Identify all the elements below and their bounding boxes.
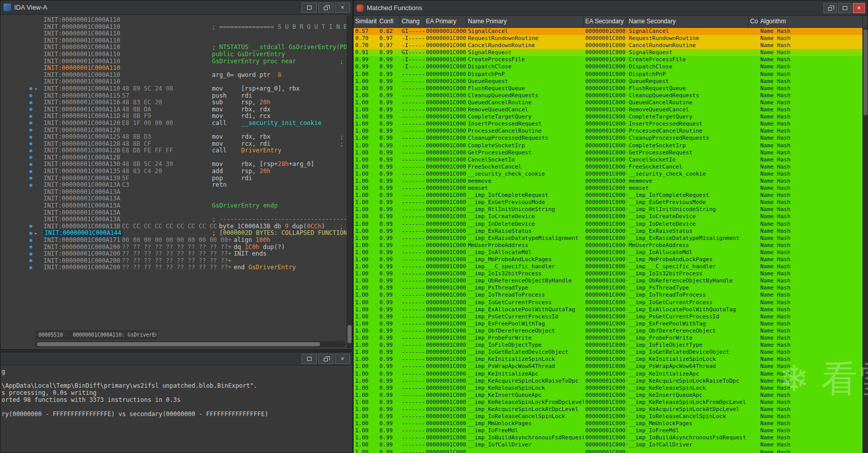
disasm-line[interactable]: INIT:00000001C000A12BE8 D8 FE FF FFcall … — [1, 147, 346, 154]
disasm-line[interactable]: INIT:00000001C000A13AC3retn — [1, 182, 346, 189]
matched-function-row[interactable]: 1.000.99-------00000001C000···__imp_ExFr… — [354, 320, 862, 327]
disasm-line[interactable]: INIT:00000001C000A110 — [1, 78, 346, 86]
disasm-line[interactable]: INIT:00000001C000A13A — [1, 195, 346, 202]
matched-function-row[interactable]: 1.000.99-------00000001C000···__imp_RtlI… — [354, 206, 862, 213]
column-header-chang[interactable]: Chang — [400, 16, 424, 27]
matched-function-row[interactable]: 1.000.99-------00000001C000···__imp_IoFi… — [354, 342, 862, 349]
disasm-line[interactable]: INIT:00000001C000A110 — [1, 37, 346, 45]
maximize-button[interactable] — [301, 354, 317, 364]
matched-function-row[interactable]: 1.000.99-------00000001C000···__imp_IoTh… — [354, 292, 862, 299]
disasm-line[interactable]: INIT:00000001C000A1395Fpop rdi — [1, 175, 346, 182]
disasm-line[interactable]: INIT:00000001C000A110; =============== S… — [1, 24, 346, 31]
matched-function-row[interactable]: 1.000.99-------00000001C000···__imp_KeIn… — [354, 392, 862, 399]
matched-functions-table[interactable]: 0.570.82GI-----00000001C000···SignalCanc… — [354, 28, 862, 453]
matched-function-row[interactable]: 1.000.99-------00000001C000···ProcessedC… — [354, 128, 862, 135]
matched-function-row[interactable]: 1.000.99-------00000001C000···GetProcess… — [354, 149, 862, 156]
disasm-line[interactable]: INIT:00000001C000A11648 83 EC 20sub rsp,… — [1, 99, 346, 106]
matched-function-row[interactable]: 1.000.99-------00000001C000···__imp_KeIn… — [354, 356, 862, 363]
close-button[interactable]: × — [853, 3, 865, 13]
matched-function-row[interactable]: 0.570.82GI-----00000001C000···SignalCanc… — [354, 28, 862, 35]
matched-function-row[interactable]: 1.000.99-------00000001C000···__imp_IoDe… — [354, 221, 862, 228]
disasm-line[interactable]: INIT:00000001C000A13BCC CC CC CC CC CC C… — [1, 223, 346, 230]
fold-arrow-icon[interactable]: ▾ — [34, 86, 37, 93]
output-log[interactable]: g \AppData\Local\Temp\BinDiff\primary\ws… — [2, 368, 352, 452]
disasm-line[interactable]: INIT:00000001C000A11557push rdi — [1, 93, 346, 100]
maximize-button[interactable] — [301, 3, 317, 13]
matched-function-row[interactable]: 1.000.99-------00000001C000···00000001C0… — [354, 449, 862, 453]
table-scrollbar-thumb[interactable] — [863, 29, 867, 115]
matched-function-row[interactable]: 1.000.99-------00000001C000···__imp_ExRa… — [354, 228, 862, 235]
matched-function-row[interactable]: 1.000.99-------00000001C000···InsertProc… — [354, 120, 862, 128]
disasm-line[interactable]: INIT:00000001C000A13A — [1, 189, 346, 196]
matched-function-row[interactable]: 1.000.99-------00000001C000···__imp_Prob… — [354, 335, 862, 342]
output-titlebar[interactable]: × — [1, 352, 353, 365]
disasm-line[interactable]: INIT:00000001C000A17100 00 00 00 00 00 0… — [1, 237, 346, 244]
disasm-line[interactable]: INIT:00000001C000A110; NTSTATUS __stdcal… — [1, 44, 346, 51]
matched-function-row[interactable]: 1.000.99-------00000001C000···__imp_ExAl… — [354, 306, 862, 313]
disasm-line[interactable]: ▾INIT:00000001C000A11048 89 5C 24 08mov … — [1, 86, 346, 93]
matched-function-row[interactable]: 1.000.99-------00000001C000···__imp_IoAl… — [354, 249, 862, 256]
matched-function-row[interactable]: 1.000.99-------00000001C000···QueuedCanc… — [354, 99, 862, 106]
disasm-line[interactable]: INIT:00000001C000A110 — [1, 17, 346, 24]
table-vertical-scrollbar[interactable] — [862, 28, 868, 453]
matched-function-row[interactable]: 1.000.99-------00000001C000···__imp_ExRa… — [354, 235, 862, 242]
matched-function-row[interactable]: 1.000.99-------00000001C000···memset0000… — [354, 185, 862, 192]
disasm-line[interactable]: INIT:00000001C000A200?? ?? ?? ?? ?? ?? ?… — [1, 264, 346, 271]
column-header-confi[interactable]: Confi — [378, 16, 400, 27]
column-header-name-primary[interactable]: Name Primary — [466, 16, 584, 27]
matched-functions-titlebar[interactable]: Matched Functions × — [354, 1, 867, 16]
column-header-algorithm[interactable]: Algorithm — [759, 16, 863, 27]
disasm-line[interactable]: INIT:00000001C000A200?? ?? ?? ?? ?? ?? ?… — [1, 244, 346, 251]
matched-function-row[interactable]: 1.000.99-------00000001C000···__imp_KeRe… — [354, 385, 862, 392]
matched-function-row[interactable]: 1.000.99-------00000001C000···__imp___C_… — [354, 263, 862, 270]
restore-button[interactable] — [318, 354, 333, 364]
disasm-line[interactable]: INIT:00000001C000A12548 8B D3mov rdx, rb… — [1, 134, 346, 141]
restore-button[interactable] — [318, 3, 333, 13]
matched-function-row[interactable]: 1.000.99-------00000001C000···RemoveQueu… — [354, 106, 862, 113]
matched-function-row[interactable]: 1.000.99-------00000001C000···__imp_IoFr… — [354, 427, 862, 434]
vertical-scrollbar[interactable] — [346, 15, 353, 348]
column-header-co[interactable]: Co — [749, 16, 759, 27]
matched-function-row[interactable]: 1.000.99-------00000001C000···memmove000… — [354, 178, 862, 185]
disasm-line[interactable]: INIT:00000001C000A13048 8B 5C 24 30mov r… — [1, 161, 346, 168]
matched-function-row[interactable]: 1.000.99-------00000001C000···__imp_PsWr… — [354, 363, 862, 370]
column-header-similarit[interactable]: Similarit — [354, 16, 378, 27]
matched-function-row[interactable]: 0.990.99-I-----00000001C000···CreateProc… — [354, 56, 862, 63]
matched-function-row[interactable]: 1.000.99-------00000001C000···DispatchPn… — [354, 71, 862, 78]
column-header-name-secondary[interactable]: Name Secondary — [627, 16, 749, 27]
matched-function-row[interactable]: 1.000.99-------00000001C000···__imp_KeIn… — [354, 370, 862, 378]
matched-function-row[interactable]: 0.990.99-I-----00000001C000···DispatchCl… — [354, 63, 862, 70]
fold-arrow-icon[interactable]: ▸ — [34, 230, 37, 237]
ida-view-titlebar[interactable]: IDA View-A × — [1, 1, 353, 15]
maximize-button[interactable] — [838, 3, 851, 13]
disasm-line[interactable]: INIT:00000001C000A120 — [1, 127, 346, 134]
disasm-line[interactable]: INIT:00000001C000A12848 8B CFmov rcx, rd… — [1, 141, 346, 148]
matched-function-row[interactable]: 1.000.99-------00000001C000···__imp_IoIs… — [354, 270, 862, 277]
disasm-line[interactable]: INIT:00000001C000A110arg_0= qword ptr 8 — [1, 72, 346, 79]
vertical-scrollbar-thumb[interactable] — [348, 325, 352, 343]
disasm-line[interactable]: INIT:00000001C000A110 — [1, 30, 346, 37]
disasm-line[interactable]: INIT:00000001C000A13A; -----------------… — [1, 216, 346, 223]
restore-button[interactable] — [823, 3, 837, 13]
matched-function-row[interactable]: 1.000.99-------00000001C000···__imp_KeAc… — [354, 406, 862, 413]
disasm-line[interactable]: INIT:00000001C000A110GsDriverEntry proc … — [1, 58, 346, 65]
matched-function-row[interactable]: 1.000.99-------00000001C000···__imp_IoBu… — [354, 434, 862, 441]
matched-function-row[interactable]: 1.000.99-------00000001C000···CompleteSo… — [354, 142, 862, 149]
matched-function-row[interactable]: 1.000.99-------00000001C000···__imp_IofC… — [354, 441, 862, 448]
disasm-line[interactable]: INIT:00000001C000A13AGsDriverEntry endp — [1, 202, 346, 210]
matched-function-row[interactable]: 1.000.99-------00000001C000···__imp_MmPr… — [354, 256, 862, 263]
matched-function-row[interactable]: 1.000.99-------00000001C000···__imp_KeRe… — [354, 399, 862, 406]
close-button[interactable]: × — [335, 3, 350, 13]
matched-function-row[interactable]: 1.000.99-------00000001C000···__imp_ObRe… — [354, 277, 862, 284]
matched-function-row[interactable]: 0.910.99GI-----00000001C000···SignalRequ… — [354, 49, 862, 56]
matched-function-row[interactable]: 1.000.99-------00000001C000···CancelSock… — [354, 156, 862, 163]
matched-function-row[interactable]: 1.000.99-------00000001C000···__imp_IoGe… — [354, 349, 862, 356]
matched-function-row[interactable]: 1.000.99-------00000001C000···QueueReque… — [354, 78, 862, 85]
matched-function-row[interactable]: 0.700.97-I-----00000001C000···RequestRun… — [354, 35, 862, 42]
disasm-line[interactable]: INIT:00000001C000A13A — [1, 210, 346, 217]
matched-function-row[interactable]: 1.000.99-------00000001C000···CleanupQue… — [354, 92, 862, 99]
matched-function-row[interactable]: 0.700.97-I-----00000001C000···CancelRund… — [354, 42, 862, 49]
column-header-ea-secondary[interactable]: EA Secondary — [584, 16, 627, 27]
disasm-line[interactable]: INIT:00000001C000A11D48 8B F9mov rdi, rc… — [1, 113, 346, 120]
matched-function-row[interactable]: 1.000.99-------00000001C000···__security… — [354, 171, 862, 178]
